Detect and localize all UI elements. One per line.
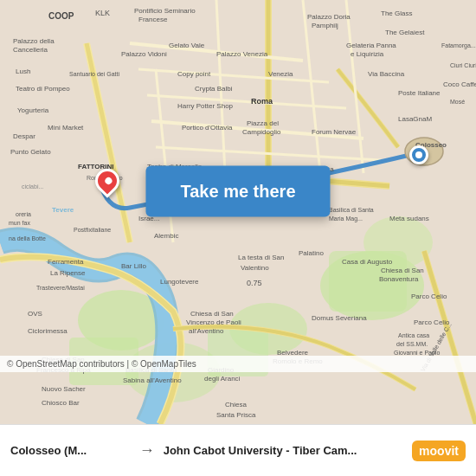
- svg-text:Maria Mag...: Maria Mag...: [329, 215, 363, 222]
- svg-text:The Gelaiest: The Gelaiest: [385, 29, 425, 36]
- svg-text:Bar Lillo: Bar Lillo: [121, 262, 146, 270]
- svg-text:Sabina all'Aventino: Sabina all'Aventino: [123, 376, 182, 384]
- svg-text:OVS: OVS: [28, 310, 42, 318]
- svg-text:The Glass: The Glass: [381, 10, 412, 17]
- from-location-label: Colosseo (M...: [10, 444, 131, 457]
- svg-text:oreria: oreria: [16, 211, 31, 217]
- marker-inner: [415, 151, 422, 158]
- svg-text:Venezia: Venezia: [268, 70, 293, 78]
- copyright-text: © OpenStreetMap contributors | © OpenMap…: [7, 359, 196, 369]
- svg-text:Yogurteria: Yogurteria: [17, 106, 49, 114]
- svg-text:Palazzo Doria: Palazzo Doria: [307, 13, 351, 21]
- svg-text:Portico d'Ottavia: Portico d'Ottavia: [182, 124, 233, 132]
- svg-text:Copy point: Copy point: [177, 70, 211, 78]
- svg-text:Lush: Lush: [16, 68, 30, 75]
- svg-text:Palatino: Palatino: [299, 249, 324, 257]
- svg-text:Gelato Vale: Gelato Vale: [169, 42, 205, 49]
- svg-text:Ciclorimessa: Ciclorimessa: [28, 327, 68, 335]
- svg-text:Gelateria Panna: Gelateria Panna: [346, 42, 396, 49]
- svg-text:COOP: COOP: [48, 11, 74, 21]
- svg-text:del SS.MM.: del SS.MM.: [396, 341, 428, 347]
- svg-text:Forum Nervae: Forum Nervae: [312, 128, 357, 136]
- svg-text:Pamphilj: Pamphilj: [312, 22, 338, 29]
- take-me-there-button[interactable]: Take me there: [145, 165, 330, 216]
- to-location-label: John Cabot University - Tiber Cam...: [164, 444, 403, 457]
- svg-text:Piazza del: Piazza del: [247, 119, 279, 127]
- svg-text:Crypta Balbi: Crypta Balbi: [195, 85, 233, 93]
- svg-text:LasaGnaM: LasaGnaM: [398, 115, 432, 123]
- svg-text:na della Botte: na della Botte: [9, 235, 46, 241]
- svg-text:Domus Severiana: Domus Severiana: [312, 314, 367, 322]
- origin-marker: [95, 169, 119, 193]
- svg-text:Cancelleria: Cancelleria: [13, 46, 48, 54]
- svg-text:Coco Caffe: Coco Caffe: [443, 80, 476, 88]
- svg-text:Meta sudans: Meta sudans: [389, 215, 429, 222]
- svg-text:La Ripense: La Ripense: [50, 269, 86, 277]
- svg-text:Basilica di Santa: Basilica di Santa: [329, 207, 374, 213]
- arrow-icon: →: [139, 441, 155, 460]
- svg-text:La testa di San: La testa di San: [238, 254, 284, 261]
- svg-text:0.75: 0.75: [247, 279, 262, 287]
- svg-text:Francese: Francese: [138, 16, 168, 23]
- marker-circle: [409, 145, 428, 164]
- svg-text:Santa Prisca: Santa Prisca: [216, 411, 256, 419]
- svg-text:ciclabi...: ciclabi...: [22, 183, 43, 190]
- svg-text:Chiesa: Chiesa: [225, 401, 247, 408]
- svg-text:Chiesa di San: Chiesa di San: [190, 310, 234, 318]
- svg-text:Nuovo Sacher: Nuovo Sacher: [42, 385, 86, 393]
- svg-text:e Liquirizia: e Liquirizia: [351, 50, 384, 58]
- svg-text:Palazzo Venezia: Palazzo Venezia: [216, 50, 268, 58]
- svg-text:degli Aranci: degli Aranci: [204, 375, 241, 383]
- svg-text:Via Baccina: Via Baccina: [368, 70, 405, 78]
- svg-text:Teatro di Pompeo: Teatro di Pompeo: [16, 85, 70, 93]
- svg-text:Mini Market: Mini Market: [48, 124, 84, 132]
- svg-text:Punto Gelato: Punto Gelato: [10, 148, 51, 156]
- svg-text:Tevere: Tevere: [52, 206, 74, 214]
- svg-text:Harry Potter Shop: Harry Potter Shop: [177, 102, 234, 110]
- destination-marker: [409, 145, 428, 164]
- svg-text:Bonaventura: Bonaventura: [379, 275, 419, 283]
- svg-text:Postfixitaliane: Postfixitaliane: [74, 227, 111, 233]
- svg-text:Vincenzo de Paoli: Vincenzo de Paoli: [186, 318, 241, 326]
- svg-text:Pontificio Seminario: Pontificio Seminario: [134, 7, 196, 15]
- svg-text:Parco Celio: Parco Celio: [411, 293, 447, 300]
- svg-text:Valentino: Valentino: [241, 264, 269, 272]
- svg-text:Despar: Despar: [13, 132, 35, 140]
- svg-text:Chiesa di San: Chiesa di San: [381, 267, 424, 274]
- svg-text:Lungotevere: Lungotevere: [160, 278, 199, 286]
- marker-dot: [104, 176, 113, 185]
- svg-text:Ferramenta: Ferramenta: [48, 258, 84, 266]
- svg-text:all'Aventino: all'Aventino: [189, 327, 224, 335]
- svg-text:mun fax: mun fax: [9, 220, 30, 226]
- svg-text:Palazzo Vidoni: Palazzo Vidoni: [121, 50, 167, 58]
- svg-text:Chiosco Bar: Chiosco Bar: [42, 399, 80, 407]
- svg-text:Poste Italiane: Poste Italiane: [398, 89, 441, 97]
- svg-text:Ciuri Ciuri: Ciuri Ciuri: [450, 62, 476, 68]
- bottom-bar: Colosseo (M... → John Cabot University -…: [0, 424, 476, 476]
- svg-text:Roma: Roma: [251, 97, 273, 106]
- svg-text:Casa di Augusto: Casa di Augusto: [342, 258, 393, 266]
- svg-text:Campidoglio: Campidoglio: [242, 128, 281, 136]
- svg-text:KLK: KLK: [95, 9, 110, 17]
- svg-text:Mosé: Mosé: [450, 99, 465, 105]
- map-container: COOP KLK Palazzo Vidoni Gelato Vale Pala…: [0, 0, 476, 424]
- moovit-logo: moovit: [412, 441, 466, 461]
- svg-text:Santuario dei Gatti: Santuario dei Gatti: [69, 71, 119, 77]
- svg-text:Palazzo della: Palazzo della: [13, 37, 55, 45]
- copyright-bar: © OpenStreetMap contributors | © OpenMap…: [0, 356, 476, 372]
- svg-text:Antica casa: Antica casa: [398, 332, 429, 338]
- moovit-logo-text: moovit: [412, 441, 466, 461]
- svg-text:Trastevere/Mastai: Trastevere/Mastai: [36, 285, 85, 291]
- svg-text:Fatamorga...: Fatamorga...: [441, 42, 476, 49]
- marker-pin: [90, 164, 125, 198]
- svg-text:Alembic: Alembic: [154, 232, 178, 240]
